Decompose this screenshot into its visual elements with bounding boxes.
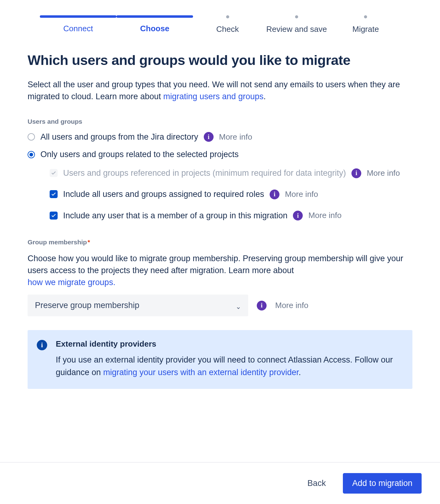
more-info-link[interactable]: More info [285, 189, 318, 200]
radio-label: Only users and groups related to the sel… [40, 150, 239, 159]
stepper: Connect Choose Check Review and save Mig… [12, 0, 428, 40]
external-idp-banner: i External identity providers If you use… [28, 330, 412, 389]
step-label: Check [216, 24, 239, 34]
radio-option-only-related[interactable]: Only users and groups related to the sel… [28, 150, 412, 159]
step-bar-done [40, 15, 116, 18]
checkbox-checked-icon[interactable] [50, 190, 58, 198]
page-title: Which users and groups would you like to… [28, 52, 412, 68]
more-info-link[interactable]: More info [367, 167, 400, 179]
gm-desc-prefix: Choose how you would like to migrate gro… [28, 254, 403, 275]
banner-title: External identity providers [56, 339, 403, 349]
group-membership-desc: Choose how you would like to migrate gro… [28, 253, 412, 288]
users-groups-radiogroup: All users and groups from the Jira direc… [28, 132, 412, 221]
step-label: Review and save [266, 24, 327, 34]
group-membership-label: Group membership* [28, 239, 412, 246]
sub-options: Users and groups referenced in projects … [50, 167, 412, 221]
radio-checked-icon[interactable] [28, 151, 35, 158]
banner-body: If you use an external identity provider… [56, 354, 403, 378]
group-membership-dropdown-row: Preserve group membership i More info [28, 295, 412, 316]
step-dot [364, 15, 367, 18]
checkbox-label: Include any user that is a member of a g… [63, 210, 287, 222]
info-icon: i [37, 340, 47, 350]
checkbox-referenced: Users and groups referenced in projects … [50, 167, 412, 179]
radio-label: All users and groups from the Jira direc… [40, 132, 198, 142]
info-icon[interactable]: i [293, 211, 303, 220]
step-dot [226, 15, 229, 18]
checkbox-include-members[interactable]: Include any user that is a member of a g… [50, 210, 412, 222]
checkbox-include-roles[interactable]: Include all users and groups assigned to… [50, 188, 412, 200]
more-info-link[interactable]: More info [275, 301, 308, 310]
step-choose[interactable]: Choose [116, 15, 193, 34]
radio-unchecked-icon[interactable] [28, 133, 35, 141]
checkbox-checked-icon[interactable] [50, 212, 58, 220]
step-review[interactable]: Review and save [262, 15, 331, 34]
chevron-down-icon [236, 303, 241, 308]
required-star: * [88, 239, 90, 246]
checkbox-disabled-icon [50, 169, 58, 177]
info-icon[interactable]: i [204, 132, 214, 142]
step-label: Migrate [352, 24, 379, 34]
step-migrate[interactable]: Migrate [331, 15, 400, 34]
group-membership-dropdown[interactable]: Preserve group membership [28, 295, 248, 316]
info-icon[interactable]: i [270, 190, 279, 199]
intro-suffix: . [264, 92, 266, 101]
users-groups-label: Users and groups [28, 118, 412, 125]
banner-link[interactable]: migrating your users with an external id… [103, 368, 299, 377]
checkbox-label: Users and groups referenced in projects … [63, 167, 346, 179]
more-info-link[interactable]: More info [219, 132, 252, 142]
checkbox-label: Include all users and groups assigned to… [63, 188, 264, 200]
radio-option-all[interactable]: All users and groups from the Jira direc… [28, 132, 412, 142]
step-bar-active [116, 15, 193, 18]
more-info-link[interactable]: More info [308, 210, 341, 221]
step-dot [295, 15, 298, 18]
group-membership-label-text: Group membership [28, 239, 87, 246]
intro-link[interactable]: migrating users and groups [163, 92, 264, 101]
dropdown-value: Preserve group membership [35, 301, 139, 310]
banner-suffix: . [298, 368, 301, 377]
step-label: Choose [140, 24, 169, 33]
gm-desc-link[interactable]: how we migrate groups. [28, 278, 116, 287]
step-connect[interactable]: Connect [40, 15, 116, 34]
step-label: Connect [63, 24, 93, 33]
step-check[interactable]: Check [193, 15, 262, 34]
info-icon[interactable]: i [257, 301, 267, 310]
intro-text: Select all the user and group types that… [28, 79, 412, 103]
info-icon[interactable]: i [351, 168, 361, 178]
